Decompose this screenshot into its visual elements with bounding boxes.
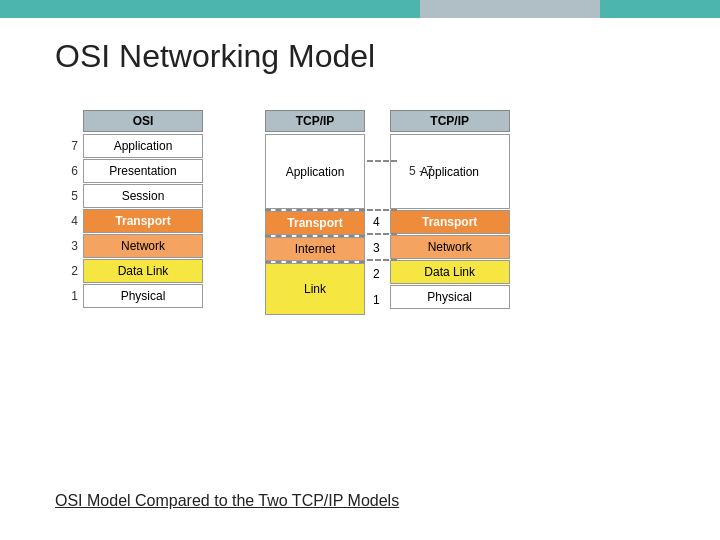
osi-num-6: 6 <box>55 164 83 178</box>
tcpip2-cell-physical: Physical <box>390 285 510 309</box>
osi-num-1: 1 <box>55 289 83 303</box>
tcpip1-cell-application: Application <box>265 134 365 209</box>
osi-num-4: 4 <box>55 214 83 228</box>
osi-cell-physical: Physical <box>83 284 203 308</box>
osi-row-4: 4 Transport <box>55 209 203 233</box>
diagram-area: OSI 7 Application 6 Presentation 5 Sessi… <box>55 110 675 315</box>
osi-num-3: 3 <box>55 239 83 253</box>
mid-num-1: 1 <box>369 287 384 313</box>
tcpip2-cell-datalink: Data Link <box>390 260 510 284</box>
tcpip1-cell-transport: Transport <box>265 211 365 235</box>
mid-num-2: 2 <box>369 261 384 287</box>
mid-spacer-app <box>369 134 384 209</box>
osi-column: OSI 7 Application 6 Presentation 5 Sessi… <box>55 110 235 309</box>
osi-cell-network: Network <box>83 234 203 258</box>
tcpip1-cell-link: Link <box>265 263 365 315</box>
osi-row-6: 6 Presentation <box>55 159 203 183</box>
dashed-line-top <box>367 160 397 162</box>
tcpip1-application-group: Application 5 - 7 <box>265 134 365 209</box>
tcpip2-column: TCP/IP Application Transport Network Dat… <box>390 110 510 310</box>
tcpip1-internet-group: Internet <box>265 237 365 261</box>
dashed-line-ext-1 <box>367 209 397 211</box>
osi-header: OSI <box>83 110 203 132</box>
tcpip2-header: TCP/IP <box>390 110 510 132</box>
range-label: 5 - 7 <box>409 164 433 178</box>
dashed-line-internet <box>367 259 397 261</box>
osi-row-2: 2 Data Link <box>55 259 203 283</box>
osi-num-7: 7 <box>55 139 83 153</box>
tcpip1-transport-group: Transport <box>265 211 365 235</box>
osi-num-5: 5 <box>55 189 83 203</box>
osi-row-5: 5 Session <box>55 184 203 208</box>
tcpip1-header: TCP/IP <box>265 110 365 132</box>
tcpip1-column: TCP/IP Application 5 - 7 Transport <box>265 110 365 315</box>
tcpip1-cell-internet: Internet <box>265 237 365 261</box>
mid-num-3: 3 <box>369 235 384 261</box>
tcpip2-cell-transport: Transport <box>390 210 510 234</box>
osi-cell-presentation: Presentation <box>83 159 203 183</box>
osi-row-1: 1 Physical <box>55 284 203 308</box>
tcpip2-cell-application: Application <box>390 134 510 209</box>
osi-cell-transport: Transport <box>83 209 203 233</box>
page-title: OSI Networking Model <box>55 38 375 75</box>
osi-cell-datalink: Data Link <box>83 259 203 283</box>
caption: OSI Model Compared to the Two TCP/IP Mod… <box>55 492 399 510</box>
osi-row-7: 7 Application <box>55 134 203 158</box>
osi-header-row: OSI <box>55 110 203 132</box>
osi-row-3: 3 Network <box>55 234 203 258</box>
top-bar <box>0 0 720 18</box>
tcpip1-link-group: Link <box>265 263 365 315</box>
osi-num-2: 2 <box>55 264 83 278</box>
mid-num-4: 4 <box>369 209 384 235</box>
dashed-line-transport <box>367 233 397 235</box>
osi-cell-session: Session <box>83 184 203 208</box>
top-bar-accent <box>420 0 600 18</box>
models-container: OSI 7 Application 6 Presentation 5 Sessi… <box>55 110 675 315</box>
osi-cell-application: Application <box>83 134 203 158</box>
tcpip2-cell-network: Network <box>390 235 510 259</box>
